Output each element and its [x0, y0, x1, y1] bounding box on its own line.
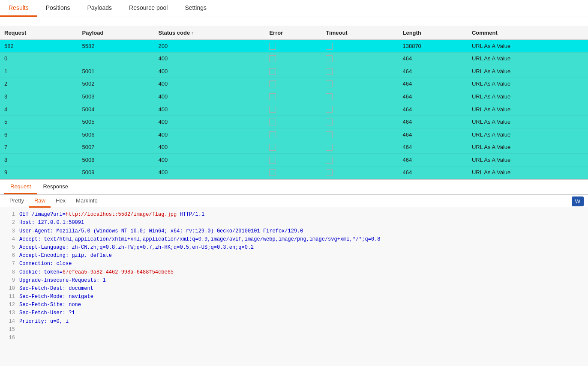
timeout-checkbox[interactable]	[326, 131, 333, 138]
timeout-checkbox[interactable]	[326, 169, 333, 176]
cell-payload: 5009	[78, 166, 154, 179]
line-content: Connection: close	[19, 260, 72, 268]
tab-positions[interactable]: Positions	[37, 0, 79, 17]
sub-tab-raw[interactable]: Raw	[29, 195, 51, 208]
cell-timeout[interactable]	[321, 65, 398, 78]
line-content: Priority: u=0, i	[19, 318, 69, 326]
pane-tab-response[interactable]: Response	[37, 180, 74, 194]
cell-error[interactable]	[265, 77, 321, 90]
cell-length: 464	[398, 103, 467, 116]
col-header-comment[interactable]: Comment	[468, 26, 588, 40]
error-checkbox[interactable]	[269, 144, 276, 151]
table-row[interactable]: 0400464URL As A Value	[0, 52, 588, 65]
cell-timeout[interactable]	[321, 128, 398, 141]
timeout-checkbox[interactable]	[326, 93, 333, 100]
word-wrap-icon[interactable]: W	[572, 196, 584, 206]
cell-length: 464	[398, 52, 467, 65]
cell-timeout[interactable]	[321, 166, 398, 179]
cell-timeout[interactable]	[321, 154, 398, 167]
error-checkbox[interactable]	[269, 131, 276, 138]
cell-error[interactable]	[265, 103, 321, 116]
cell-timeout[interactable]	[321, 52, 398, 65]
cell-status-code: 400	[154, 141, 265, 154]
error-checkbox[interactable]	[269, 157, 276, 164]
line-number: 11	[4, 293, 15, 301]
timeout-checkbox[interactable]	[326, 119, 333, 125]
cell-length: 464	[398, 166, 467, 179]
timeout-checkbox[interactable]	[326, 68, 333, 75]
timeout-checkbox[interactable]	[326, 144, 333, 151]
col-header-timeout[interactable]: Timeout	[321, 26, 398, 40]
cell-status-code: 400	[154, 77, 265, 90]
line-content: Host: 127.0.0.1:50091	[19, 219, 84, 227]
cell-length: 464	[398, 116, 467, 128]
cell-timeout[interactable]	[321, 40, 398, 53]
cell-error[interactable]	[265, 154, 321, 167]
cell-comment: URL As A Value	[468, 166, 588, 179]
error-checkbox[interactable]	[269, 43, 276, 50]
cell-length: 464	[398, 65, 467, 78]
table-row[interactable]: 85008400464URL As A Value	[0, 154, 588, 167]
cell-request: 8	[0, 154, 78, 167]
cell-timeout[interactable]	[321, 141, 398, 154]
timeout-checkbox[interactable]	[326, 55, 333, 62]
tab-resource-pool[interactable]: Resource pool	[120, 0, 176, 17]
sub-tab-pretty[interactable]: Pretty	[4, 195, 29, 208]
cell-timeout[interactable]	[321, 77, 398, 90]
col-header-status-code[interactable]: Status code↑	[154, 26, 265, 40]
cell-request: 0	[0, 52, 78, 65]
col-header-error[interactable]: Error	[265, 26, 321, 40]
sub-tab-hex[interactable]: Hex	[51, 195, 71, 208]
cell-timeout[interactable]	[321, 90, 398, 103]
cell-request: 582	[0, 40, 78, 53]
sub-tab-markinfo[interactable]: MarkInfo	[71, 195, 103, 208]
tab-payloads[interactable]: Payloads	[79, 0, 121, 17]
col-header-request[interactable]: Request	[0, 26, 78, 40]
pane-tab-request[interactable]: Request	[4, 180, 37, 194]
col-header-length[interactable]: Length	[398, 26, 467, 40]
cell-error[interactable]	[265, 52, 321, 65]
table-row[interactable]: 35003400464URL As A Value	[0, 90, 588, 103]
code-line: 7Connection: close	[4, 260, 584, 268]
timeout-checkbox[interactable]	[326, 157, 333, 164]
table-row[interactable]: 95009400464URL As A Value	[0, 166, 588, 179]
table-row[interactable]: 25002400464URL As A Value	[0, 77, 588, 90]
cell-error[interactable]	[265, 40, 321, 53]
error-checkbox[interactable]	[269, 93, 276, 100]
timeout-checkbox[interactable]	[326, 106, 333, 113]
tab-settings[interactable]: Settings	[176, 0, 215, 17]
cell-comment: URL As A Value	[468, 90, 588, 103]
error-checkbox[interactable]	[269, 119, 276, 125]
col-header-payload[interactable]: Payload	[78, 26, 154, 40]
table-row[interactable]: 55005400464URL As A Value	[0, 116, 588, 128]
table-row[interactable]: 5825582200138870URL As A Value	[0, 40, 588, 53]
cell-timeout[interactable]	[321, 116, 398, 128]
line-content: Accept: text/html,application/xhtml+xml,…	[19, 235, 381, 244]
cell-timeout[interactable]	[321, 103, 398, 116]
cell-error[interactable]	[265, 90, 321, 103]
cell-error[interactable]	[265, 141, 321, 154]
error-checkbox[interactable]	[269, 169, 276, 176]
cell-error[interactable]	[265, 65, 321, 78]
cell-error[interactable]	[265, 166, 321, 179]
cell-error[interactable]	[265, 116, 321, 128]
timeout-checkbox[interactable]	[326, 80, 333, 87]
error-checkbox[interactable]	[269, 55, 276, 62]
tab-results[interactable]: Results	[0, 0, 37, 17]
cell-comment: URL As A Value	[468, 116, 588, 128]
table-row[interactable]: 15001400464URL As A Value	[0, 65, 588, 78]
code-line: 16	[4, 334, 584, 342]
code-line: 2Host: 127.0.0.1:50091	[4, 219, 584, 227]
error-checkbox[interactable]	[269, 68, 276, 75]
cell-request: 7	[0, 141, 78, 154]
table-row[interactable]: 75007400464URL As A Value	[0, 141, 588, 154]
cell-status-code: 400	[154, 90, 265, 103]
code-line: 6Accept-Encoding: gzip, deflate	[4, 252, 584, 260]
cell-length: 464	[398, 141, 467, 154]
table-row[interactable]: 65006400464URL As A Value	[0, 128, 588, 141]
error-checkbox[interactable]	[269, 80, 276, 87]
cell-error[interactable]	[265, 128, 321, 141]
timeout-checkbox[interactable]	[326, 43, 333, 50]
error-checkbox[interactable]	[269, 106, 276, 113]
table-row[interactable]: 45004400464URL As A Value	[0, 103, 588, 116]
